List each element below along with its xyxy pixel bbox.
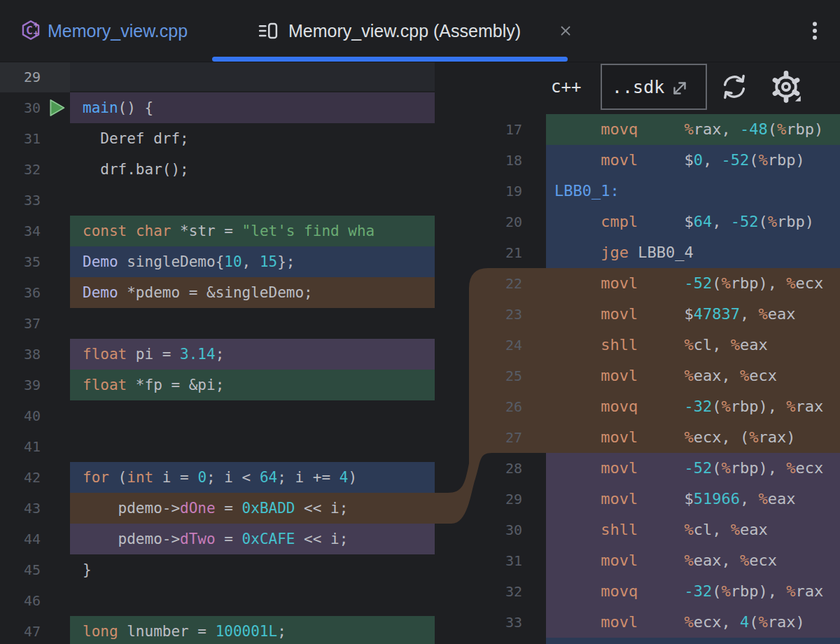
line-number[interactable]: 30 (473, 514, 522, 545)
assembly-line[interactable]: cmpl $64, -52(%rbp) (546, 206, 840, 237)
tab-label: Memory_view.cpp (48, 0, 188, 62)
source-line[interactable] (70, 308, 435, 339)
kebab-menu-icon (802, 18, 827, 43)
sdk-selector[interactable]: ..sdk (601, 64, 707, 110)
line-number[interactable]: 41 (0, 431, 41, 462)
source-line[interactable] (70, 585, 435, 616)
settings-button[interactable] (769, 69, 804, 104)
line-number[interactable]: 45 (0, 554, 41, 585)
assembly-line[interactable]: LBB0_1: (546, 176, 840, 206)
assembly-line[interactable]: movl $0, -52(%rbp) (546, 145, 840, 176)
line-number[interactable]: 28 (473, 453, 522, 484)
line-number[interactable]: 18 (473, 145, 522, 176)
assembly-line[interactable]: movl %eax, %ecx (546, 360, 840, 391)
gear-icon (769, 69, 804, 104)
source-line[interactable]: Deref drf; (70, 123, 435, 154)
source-line[interactable]: } (70, 554, 435, 585)
line-number[interactable]: 46 (0, 585, 41, 616)
active-tab-underline (212, 57, 568, 62)
line-number[interactable]: 17 (473, 114, 522, 145)
run-gutter-icon[interactable] (46, 97, 67, 118)
line-number[interactable]: 21 (473, 237, 522, 268)
expand-icon (669, 78, 690, 102)
line-number[interactable]: 22 (473, 268, 522, 299)
line-number[interactable]: 31 (0, 123, 41, 154)
assembly-line[interactable]: movl -52(%rbp), %ecx (546, 453, 840, 484)
line-number[interactable]: 40 (0, 400, 41, 431)
line-number[interactable]: 20 (473, 206, 522, 237)
assembly-line[interactable] (546, 638, 840, 644)
sdk-selector-label: ..sdk (612, 77, 664, 97)
line-number[interactable]: 29 (473, 484, 522, 514)
assembly-line[interactable]: movl $47837, %eax (546, 299, 840, 330)
assembly-language-badge: c++ (551, 62, 581, 112)
line-number[interactable]: 33 (0, 185, 41, 216)
svg-text:C: C (26, 24, 33, 37)
source-editor[interactable]: 29main() {30 Deref drf;31 drf.bar();3233… (0, 0, 435, 644)
line-number[interactable]: 33 (473, 607, 522, 638)
line-number[interactable]: 24 (473, 330, 522, 360)
line-number[interactable]: 36 (0, 277, 41, 308)
assembly-line[interactable]: movq -32(%rbp), %rax (546, 576, 840, 607)
ide-window: 29main() {30 Deref drf;31 drf.bar();3233… (0, 0, 840, 644)
source-line[interactable] (70, 185, 435, 216)
line-number[interactable]: 43 (0, 493, 41, 524)
assembly-line[interactable]: shll %cl, %eax (546, 330, 840, 360)
line-number[interactable]: 32 (0, 154, 41, 185)
line-number[interactable]: 32 (473, 576, 522, 607)
assembly-line[interactable]: movl %eax, %ecx (546, 545, 840, 576)
svg-text:+: + (34, 29, 38, 38)
source-line[interactable]: Demo *pdemo = &singleDemo; (70, 277, 435, 308)
refresh-icon (718, 71, 750, 103)
line-number[interactable]: 42 (0, 462, 41, 493)
assembly-preview-icon (258, 20, 279, 44)
line-number[interactable]: 34 (0, 216, 41, 246)
tab-memory-view-assembly[interactable]: Memory_view.cpp (Assembly) (241, 0, 588, 62)
refresh-button[interactable] (718, 71, 750, 103)
tab-close-icon[interactable] (558, 23, 573, 38)
source-line[interactable]: pdemo->dOne = 0xBADD << i; (70, 493, 435, 524)
line-number[interactable]: 31 (473, 545, 522, 576)
line-number[interactable]: 27 (473, 422, 522, 453)
settings-dropdown-arrow (795, 96, 801, 102)
source-line[interactable] (70, 431, 435, 462)
line-number[interactable]: 29 (0, 62, 41, 92)
line-number[interactable]: 35 (0, 246, 41, 277)
source-line[interactable]: drf.bar(); (70, 154, 435, 185)
editor-tab-bar: C + + Memory_view.cpp Memory_view.cpp (A… (0, 0, 840, 62)
assembly-line[interactable]: movq %rax, -48(%rbp) (546, 114, 840, 145)
line-number[interactable]: 39 (0, 370, 41, 400)
line-number[interactable]: 19 (473, 176, 522, 206)
line-number[interactable]: 38 (0, 339, 41, 370)
assembly-line[interactable]: movq -32(%rbp), %rax (546, 391, 840, 422)
source-line[interactable]: main() { (70, 92, 435, 123)
line-number[interactable] (473, 638, 522, 644)
cpp-file-icon: C + + (20, 19, 42, 44)
line-number[interactable]: 30 (0, 92, 41, 123)
line-number[interactable]: 23 (473, 299, 522, 330)
assembly-line[interactable]: movl %ecx, (%rax) (546, 422, 840, 453)
source-line[interactable]: float pi = 3.14; (70, 339, 435, 370)
line-number[interactable]: 37 (0, 308, 41, 339)
source-line[interactable]: Demo singleDemo{10, 15}; (70, 246, 435, 277)
source-line[interactable]: for (int i = 0; i < 64; i += 4) (70, 462, 435, 493)
assembly-line[interactable]: movl %ecx, 4(%rax) (546, 607, 840, 638)
assembly-line[interactable]: jge LBB0_4 (546, 237, 840, 268)
source-line[interactable]: float *fp = &pi; (70, 370, 435, 400)
tab-label: Memory_view.cpp (Assembly) (288, 0, 521, 62)
assembly-line[interactable]: shll %cl, %eax (546, 514, 840, 545)
line-number[interactable]: 25 (473, 360, 522, 391)
source-line[interactable]: pdemo->dTwo = 0xCAFE << i; (70, 524, 435, 554)
source-line[interactable]: long lnumber = 100001L; (70, 616, 435, 644)
line-number[interactable]: 47 (0, 616, 41, 644)
source-line[interactable] (70, 400, 435, 431)
source-line[interactable]: const char *str = "let's find wha (70, 216, 435, 246)
tab-memory-view-cpp[interactable]: C + + Memory_view.cpp (0, 0, 217, 62)
assembly-line[interactable]: movl -52(%rbp), %ecx (546, 268, 840, 299)
line-number[interactable]: 44 (0, 524, 41, 554)
source-line[interactable] (70, 62, 435, 92)
line-number[interactable]: 26 (473, 391, 522, 422)
assembly-line[interactable]: movl $51966, %eax (546, 484, 840, 514)
more-options-button[interactable] (802, 18, 827, 43)
